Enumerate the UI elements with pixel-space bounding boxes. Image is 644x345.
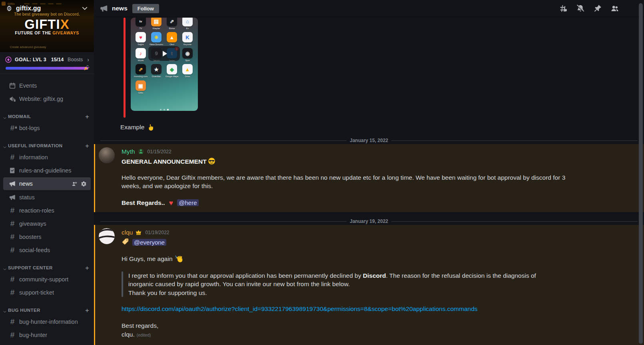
sidebar-item-social-feeds[interactable]: #social-feeds — [0, 243, 94, 257]
avatar[interactable] — [99, 147, 115, 163]
chevron-down-icon — [3, 308, 7, 312]
sidebar-item-information[interactable]: #information — [0, 150, 94, 164]
phone-app-label: Müzik — [133, 59, 149, 62]
sidebar-item-status[interactable]: status — [0, 191, 94, 204]
hash-icon: # — [8, 153, 16, 161]
sunglasses-emoji — [208, 157, 215, 166]
announcement-title: GENERAL ANNOUNCEMENT — [122, 157, 608, 166]
channel-name: boosters — [19, 234, 42, 240]
phone-app-investing-com: ⇗ — [136, 64, 146, 74]
server-header-dropdown[interactable]: giftix.gg — [0, 0, 94, 17]
boost-gem-icon — [5, 56, 12, 63]
embed-image-iphone-screenshot[interactable]: tvTV▤Kitaplar⇗Borsa⌂Ev♥Sağlık☀Hava Durum… — [131, 18, 198, 111]
phone-app-okul: ▲ — [167, 32, 177, 42]
green-member-badge-emoji — [138, 148, 144, 155]
message-myth: Myth 01/15/2022 GENERAL ANNOUNCEMENT Hel… — [94, 144, 644, 212]
sidebar-item-news[interactable]: news — [3, 177, 91, 190]
speaker-lock-icon — [8, 95, 16, 102]
chevron-down-icon — [81, 5, 88, 12]
sidebar-item-support-ticket[interactable]: #support-ticket — [0, 286, 94, 299]
message-signoff: Best Regards.. ♥ @here — [122, 199, 608, 207]
gear-icon[interactable] — [81, 181, 87, 187]
avatar[interactable] — [99, 228, 115, 244]
username[interactable]: Myth — [122, 148, 135, 155]
party-popper-emoji — [83, 64, 90, 71]
phone-app-ev: ⌂ — [182, 18, 193, 26]
category-label: MODMAIL — [8, 114, 85, 119]
hash-icon: # — [8, 207, 16, 214]
hash-icon: # — [8, 220, 16, 227]
phone-app-spor: ◉ — [182, 48, 193, 58]
chat-main: news Follow tvTV▤Kitaplar⇗Borsa⌂Ev♥Sağlı… — [94, 0, 644, 345]
create-channel-icon[interactable]: + — [85, 307, 89, 314]
message-closing: Best regards, clqu.(edited) — [122, 321, 608, 339]
channel-name: community-support — [19, 276, 68, 283]
sidebar-item-bug-hunter-information[interactable]: #bug-hunter-information — [0, 315, 94, 328]
hash-icon: # — [8, 246, 16, 254]
sidebar-item-Website: giftix.gg[interactable]: Website: giftix.gg — [0, 92, 94, 105]
phone-app-keynote: K — [182, 32, 193, 42]
everyone-mention[interactable]: @everyone — [132, 239, 166, 246]
create-channel-icon[interactable]: + — [85, 113, 89, 120]
edited-label: (edited) — [137, 333, 151, 337]
hash-icon: # — [8, 318, 16, 325]
sidebar-item-community-support[interactable]: #community-support — [0, 273, 94, 286]
hash-lock-icon: # — [8, 124, 16, 132]
phone-page-dots — [131, 109, 198, 110]
sidebar-item-Events[interactable]: Events — [0, 79, 94, 92]
person-plus-icon[interactable] — [72, 181, 78, 187]
boost-goal[interactable]: GOAL: LVL 3 15/14 Boosts › — [0, 52, 94, 74]
banner-subtitle: FUTURE OF THE GIVEAWAYS — [0, 30, 94, 35]
date-divider: January 19, 2022 — [100, 219, 638, 219]
category-label: BUG HUNTER — [8, 308, 85, 313]
phone-app-label: Investing.com — [133, 75, 149, 78]
channel-name: support-ticket — [19, 289, 54, 296]
phone-app-label: Hava Durumu — [148, 43, 164, 46]
channel-name: bug-hunter — [19, 332, 47, 338]
phone-app-label: Google Maps — [164, 75, 180, 78]
sidebar-item-rules-and-guidelines[interactable]: rules-and-guidelines — [0, 164, 94, 177]
category-bug-hunter[interactable]: BUG HUNTER+ — [0, 305, 94, 315]
category-modmail[interactable]: MODMAIL+ — [0, 112, 94, 121]
create-channel-icon[interactable]: + — [85, 265, 89, 271]
pinned-messages-icon[interactable] — [593, 4, 602, 13]
phone-app-giftix: ▣ — [136, 80, 146, 91]
blockquote: I regret to inform you that our approval… — [122, 271, 608, 297]
phone-app-label: Sağlık — [133, 43, 149, 46]
banner-title: GIFTIX — [0, 17, 94, 32]
category-useful-information[interactable]: USEFUL INFORMATION+ — [0, 141, 94, 150]
username[interactable]: clqu — [122, 229, 133, 236]
crown-emoji — [135, 229, 142, 236]
gear-badge-icon — [6, 5, 13, 12]
channel-name: news — [19, 181, 33, 187]
sidebar-item-boosters[interactable]: #boosters — [0, 230, 94, 243]
boost-progress-bar — [6, 67, 88, 70]
chat-header: news Follow — [94, 0, 644, 17]
threads-icon[interactable] — [559, 4, 568, 13]
invite-link[interactable]: https://discord.com/api/oauth2/authorize… — [122, 305, 478, 312]
sidebar-item-giveaways[interactable]: #giveaways — [0, 217, 94, 230]
invite-link-line: https://discord.com/api/oauth2/authorize… — [122, 305, 608, 313]
here-mention[interactable]: @here — [177, 199, 198, 206]
phone-app-hava-durumu: ☀ — [151, 32, 161, 42]
chevron-down-icon — [3, 114, 7, 118]
phone-play-overlay — [148, 46, 180, 61]
waving-hand-emoji — [175, 255, 183, 263]
category-support-center[interactable]: SUPPORT CENTER+ — [0, 263, 94, 273]
category-label: USEFUL INFORMATION — [8, 143, 85, 148]
follow-button[interactable]: Follow — [132, 4, 159, 13]
channel-name: rules-and-guidelines — [19, 167, 72, 174]
scrollbar[interactable] — [639, 3, 643, 344]
embed-color-pill — [124, 18, 126, 118]
message-text: Hi Guys, me again — [122, 255, 608, 263]
sidebar-item-bot-logs[interactable]: #bot-logs — [0, 121, 94, 134]
timestamp: 01/19/2022 — [145, 230, 169, 235]
members-icon[interactable] — [610, 4, 619, 13]
create-channel-icon[interactable]: + — [85, 142, 89, 149]
notifications-muted-icon[interactable] — [576, 4, 585, 13]
boost-count: 15/14 — [51, 57, 64, 62]
sidebar-item-reaction-roles[interactable]: #reaction-roles — [0, 204, 94, 217]
message-text: Hello everyone, Dear Giftix members, we … — [122, 173, 583, 191]
label-tag-emoji — [122, 238, 129, 247]
sidebar-item-bug-hunter[interactable]: #bug-hunter — [0, 328, 94, 341]
